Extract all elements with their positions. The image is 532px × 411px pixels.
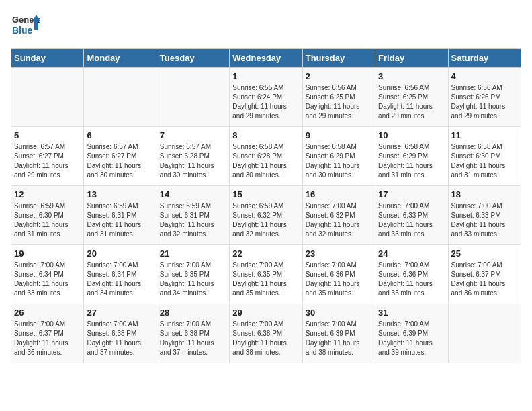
day-info: Sunrise: 6:58 AMSunset: 6:28 PMDaylight:…	[232, 142, 299, 180]
header-monday: Monday	[84, 49, 157, 68]
day-number: 8	[232, 130, 299, 140]
page-header: General Blue	[11, 11, 521, 40]
day-cell	[84, 68, 157, 127]
day-info: Sunrise: 7:00 AMSunset: 6:35 PMDaylight:…	[232, 261, 299, 298]
day-number: 13	[87, 189, 153, 199]
day-cell: 26Sunrise: 7:00 AMSunset: 6:37 PMDayligh…	[11, 304, 84, 363]
day-info: Sunrise: 6:59 AMSunset: 6:31 PMDaylight:…	[87, 201, 153, 239]
day-number: 2	[306, 71, 372, 81]
day-number: 25	[451, 248, 518, 259]
day-number: 1	[232, 71, 299, 81]
day-cell: 30Sunrise: 7:00 AMSunset: 6:39 PMDayligh…	[302, 304, 375, 363]
day-number: 3	[378, 71, 445, 81]
day-number: 30	[306, 308, 372, 318]
day-number: 4	[451, 71, 518, 81]
day-cell: 19Sunrise: 7:00 AMSunset: 6:34 PMDayligh…	[11, 245, 84, 304]
logo-svg: General Blue	[11, 11, 40, 40]
day-info: Sunrise: 7:00 AMSunset: 6:39 PMDaylight:…	[306, 320, 372, 357]
header-wednesday: Wednesday	[230, 49, 302, 68]
header-friday: Friday	[375, 49, 448, 68]
day-cell: 17Sunrise: 7:00 AMSunset: 6:33 PMDayligh…	[375, 186, 448, 245]
header-sunday: Sunday	[11, 49, 84, 68]
day-cell	[157, 68, 229, 127]
day-info: Sunrise: 6:57 AMSunset: 6:27 PMDaylight:…	[87, 142, 153, 180]
day-cell: 27Sunrise: 7:00 AMSunset: 6:38 PMDayligh…	[84, 304, 157, 363]
day-info: Sunrise: 6:58 AMSunset: 6:29 PMDaylight:…	[378, 142, 445, 180]
day-info: Sunrise: 7:00 AMSunset: 6:37 PMDaylight:…	[14, 320, 81, 357]
day-cell: 13Sunrise: 6:59 AMSunset: 6:31 PMDayligh…	[84, 186, 157, 245]
day-info: Sunrise: 6:58 AMSunset: 6:30 PMDaylight:…	[451, 142, 518, 180]
day-cell: 31Sunrise: 7:00 AMSunset: 6:39 PMDayligh…	[375, 304, 448, 363]
day-info: Sunrise: 7:00 AMSunset: 6:34 PMDaylight:…	[87, 261, 153, 298]
day-cell: 3Sunrise: 6:56 AMSunset: 6:25 PMDaylight…	[375, 68, 448, 127]
day-info: Sunrise: 6:56 AMSunset: 6:26 PMDaylight:…	[451, 83, 518, 121]
day-number: 17	[378, 189, 445, 199]
day-number: 5	[14, 130, 81, 140]
day-number: 20	[87, 248, 153, 259]
day-number: 22	[232, 248, 299, 259]
day-info: Sunrise: 7:00 AMSunset: 6:38 PMDaylight:…	[87, 320, 153, 357]
svg-text:Blue: Blue	[12, 25, 33, 36]
week-row-3: 12Sunrise: 6:59 AMSunset: 6:30 PMDayligh…	[11, 186, 521, 245]
day-info: Sunrise: 7:00 AMSunset: 6:32 PMDaylight:…	[306, 201, 372, 239]
day-cell: 12Sunrise: 6:59 AMSunset: 6:30 PMDayligh…	[11, 186, 84, 245]
week-row-2: 5Sunrise: 6:57 AMSunset: 6:27 PMDaylight…	[11, 127, 521, 186]
day-number: 31	[378, 308, 445, 318]
logo: General Blue	[11, 11, 40, 40]
day-cell: 1Sunrise: 6:55 AMSunset: 6:24 PMDaylight…	[230, 68, 302, 127]
day-info: Sunrise: 6:58 AMSunset: 6:29 PMDaylight:…	[306, 142, 372, 180]
header-tuesday: Tuesday	[157, 49, 229, 68]
header-saturday: Saturday	[448, 49, 521, 68]
day-cell: 29Sunrise: 7:00 AMSunset: 6:38 PMDayligh…	[230, 304, 302, 363]
day-cell: 4Sunrise: 6:56 AMSunset: 6:26 PMDaylight…	[448, 68, 521, 127]
week-row-5: 26Sunrise: 7:00 AMSunset: 6:37 PMDayligh…	[11, 304, 521, 363]
day-cell	[11, 68, 84, 127]
day-cell: 11Sunrise: 6:58 AMSunset: 6:30 PMDayligh…	[448, 127, 521, 186]
day-cell: 22Sunrise: 7:00 AMSunset: 6:35 PMDayligh…	[230, 245, 302, 304]
day-info: Sunrise: 6:59 AMSunset: 6:30 PMDaylight:…	[14, 201, 81, 239]
day-number: 23	[306, 248, 372, 259]
day-cell: 16Sunrise: 7:00 AMSunset: 6:32 PMDayligh…	[302, 186, 375, 245]
day-cell: 8Sunrise: 6:58 AMSunset: 6:28 PMDaylight…	[230, 127, 302, 186]
day-info: Sunrise: 6:59 AMSunset: 6:31 PMDaylight:…	[160, 201, 226, 239]
day-info: Sunrise: 6:59 AMSunset: 6:32 PMDaylight:…	[232, 201, 299, 239]
week-row-1: 1Sunrise: 6:55 AMSunset: 6:24 PMDaylight…	[11, 68, 521, 127]
day-cell: 21Sunrise: 7:00 AMSunset: 6:35 PMDayligh…	[157, 245, 229, 304]
week-row-4: 19Sunrise: 7:00 AMSunset: 6:34 PMDayligh…	[11, 245, 521, 304]
day-number: 18	[451, 189, 518, 199]
day-cell: 5Sunrise: 6:57 AMSunset: 6:27 PMDaylight…	[11, 127, 84, 186]
day-number: 12	[14, 189, 81, 199]
header-row: SundayMondayTuesdayWednesdayThursdayFrid…	[11, 49, 521, 68]
day-number: 16	[306, 189, 372, 199]
day-number: 6	[87, 130, 153, 140]
day-cell: 20Sunrise: 7:00 AMSunset: 6:34 PMDayligh…	[84, 245, 157, 304]
day-cell: 10Sunrise: 6:58 AMSunset: 6:29 PMDayligh…	[375, 127, 448, 186]
day-number: 21	[160, 248, 226, 259]
day-cell: 28Sunrise: 7:00 AMSunset: 6:38 PMDayligh…	[157, 304, 229, 363]
day-info: Sunrise: 7:00 AMSunset: 6:38 PMDaylight:…	[232, 320, 299, 357]
day-cell: 2Sunrise: 6:56 AMSunset: 6:25 PMDaylight…	[302, 68, 375, 127]
day-number: 28	[160, 308, 226, 318]
day-info: Sunrise: 7:00 AMSunset: 6:38 PMDaylight:…	[160, 320, 226, 357]
header-thursday: Thursday	[302, 49, 375, 68]
day-number: 14	[160, 189, 226, 199]
day-info: Sunrise: 7:00 AMSunset: 6:39 PMDaylight:…	[378, 320, 445, 357]
calendar-table: SundayMondayTuesdayWednesdayThursdayFrid…	[11, 48, 521, 363]
day-number: 10	[378, 130, 445, 140]
day-number: 19	[14, 248, 81, 259]
day-info: Sunrise: 6:57 AMSunset: 6:28 PMDaylight:…	[160, 142, 226, 180]
day-info: Sunrise: 7:00 AMSunset: 6:33 PMDaylight:…	[378, 201, 445, 239]
day-number: 15	[232, 189, 299, 199]
day-info: Sunrise: 7:00 AMSunset: 6:37 PMDaylight:…	[451, 261, 518, 298]
day-number: 24	[378, 248, 445, 259]
day-info: Sunrise: 6:56 AMSunset: 6:25 PMDaylight:…	[378, 83, 445, 121]
day-cell: 6Sunrise: 6:57 AMSunset: 6:27 PMDaylight…	[84, 127, 157, 186]
day-info: Sunrise: 7:00 AMSunset: 6:34 PMDaylight:…	[14, 261, 81, 298]
day-number: 27	[87, 308, 153, 318]
day-number: 7	[160, 130, 226, 140]
day-info: Sunrise: 7:00 AMSunset: 6:36 PMDaylight:…	[378, 261, 445, 298]
day-cell: 7Sunrise: 6:57 AMSunset: 6:28 PMDaylight…	[157, 127, 229, 186]
day-cell: 18Sunrise: 7:00 AMSunset: 6:33 PMDayligh…	[448, 186, 521, 245]
day-number: 26	[14, 308, 81, 318]
day-cell: 14Sunrise: 6:59 AMSunset: 6:31 PMDayligh…	[157, 186, 229, 245]
